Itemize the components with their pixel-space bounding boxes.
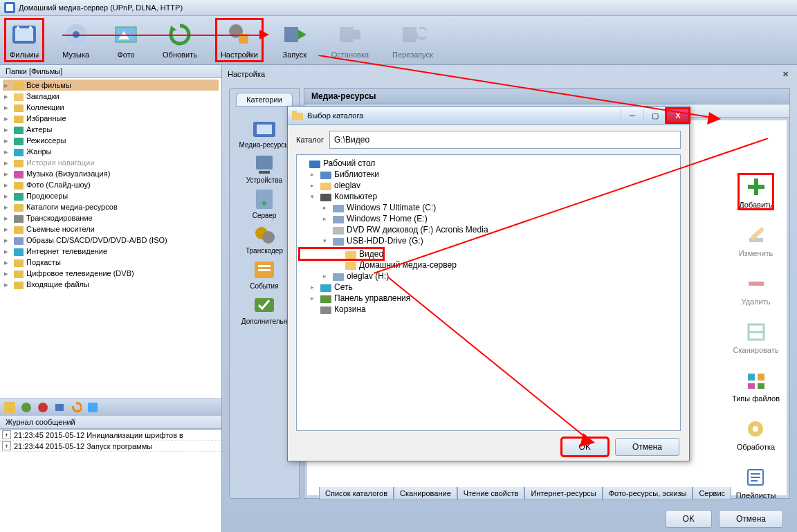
tree-item[interactable]: ▸Подкасты xyxy=(3,257,219,268)
settings-cancel-button[interactable]: Отмена xyxy=(719,510,783,528)
toolbar-start[interactable]: Запуск xyxy=(277,19,312,61)
pane-title: Медиа-ресурсы xyxy=(304,89,789,104)
tree-item[interactable]: ▸Транскодирование xyxy=(3,212,219,223)
folders-icon xyxy=(14,202,24,212)
svg-marker-87 xyxy=(259,30,269,39)
close-button[interactable]: X xyxy=(666,109,689,122)
minimize-button[interactable]: ─ xyxy=(621,109,643,122)
category-tree[interactable]: ▸Все фильмы▸Закладки▸Коллекции▸Избранные… xyxy=(0,78,221,398)
chevron-icon: ▾ xyxy=(311,193,318,200)
svg-marker-14 xyxy=(298,30,306,39)
svg-rect-72 xyxy=(292,111,297,113)
settings-ok-button[interactable]: OK xyxy=(666,510,712,528)
close-icon[interactable]: ✕ xyxy=(779,69,791,79)
side-button-scan: Сканировать xyxy=(733,320,779,354)
tree-item[interactable]: ▸Образы CD/SACD/DVD/DVD-A/BD (ISO) xyxy=(3,235,219,246)
titlebar: Домашний медиа-сервер (UPnP, DLNA, HTTP) xyxy=(0,0,797,16)
tree-item[interactable]: ▸Съемные носители xyxy=(3,223,219,235)
side-button-proc[interactable]: Обработка xyxy=(737,416,775,451)
folder-tree-item[interactable]: Корзина xyxy=(300,304,677,315)
tree-item[interactable]: ▸Коллекции xyxy=(3,102,219,113)
chevron-icon: ▸ xyxy=(323,204,330,211)
tool-icon[interactable] xyxy=(71,402,82,413)
folder-tree-item[interactable]: ▸Библиотеки xyxy=(300,169,677,180)
log-row[interactable]: +21:23:45 2015-05-12 Инициализации шрифт… xyxy=(0,430,221,441)
catalog-input[interactable] xyxy=(329,131,681,149)
bottom-tab[interactable]: Список каталогов xyxy=(319,487,394,500)
toolbar-settings[interactable]: Настройки xyxy=(217,19,262,61)
tree-item[interactable]: ▸Интернет телевидение xyxy=(3,246,219,257)
tree-item[interactable]: ▸Закладки xyxy=(3,91,219,102)
svg-point-4 xyxy=(17,26,19,29)
side-button-playlist[interactable]: Плейлисты xyxy=(736,465,776,499)
folder-tree-item[interactable]: DVD RW дисковод (F:) Acronis Media xyxy=(300,224,677,235)
folder-tree-item[interactable]: ▸Сеть xyxy=(300,282,677,293)
category-tab[interactable]: Устройства xyxy=(239,153,290,184)
bottom-tab[interactable]: Фото-ресурсы, эскизы xyxy=(603,487,693,500)
tree-item[interactable]: ▸Музыка (Визуализация) xyxy=(3,168,219,179)
tree-item[interactable]: ▸Все фильмы xyxy=(3,80,219,91)
svg-rect-79 xyxy=(333,227,344,235)
folder-tree-item[interactable]: Домашний медиа-сервер xyxy=(300,259,677,270)
tool-icon[interactable] xyxy=(4,402,15,413)
folder-tree-item[interactable]: Рабочий стол xyxy=(300,158,677,169)
svg-rect-3 xyxy=(15,28,33,41)
side-button-plus[interactable]: Добавить xyxy=(739,174,773,209)
tree-item[interactable]: ▸Входящие файлы xyxy=(3,279,219,290)
tree-item[interactable]: ▸Фото (Слайд-шоу) xyxy=(3,179,219,190)
svg-rect-29 xyxy=(14,204,24,212)
tree-item[interactable]: ▸Каталоги медиа-ресурсов xyxy=(3,201,219,212)
svg-point-66 xyxy=(753,426,758,432)
side-button-types[interactable]: Типы файлов xyxy=(732,368,780,403)
folder-tree-item[interactable]: ▸Windows 7 Home (E:) xyxy=(300,213,677,224)
folder-tree[interactable]: Рабочий стол▸Библиотеки▸oleglav▾Компьюте… xyxy=(296,154,681,431)
category-tab[interactable]: Транскодер xyxy=(239,223,290,255)
folder-ok-button[interactable]: OK xyxy=(562,438,608,456)
category-tab[interactable]: Медиа-ресурсы xyxy=(239,118,290,149)
toolbar-music[interactable]: Музыка xyxy=(58,19,93,61)
playlist-icon xyxy=(742,465,769,490)
tree-item[interactable]: ▸Цифровое телевидение (DVB) xyxy=(3,268,219,279)
globe-icon xyxy=(14,246,24,256)
toolbar-photo[interactable]: Фото xyxy=(109,19,143,61)
svg-rect-41 xyxy=(88,403,98,412)
folder-tree-item[interactable]: ▾USB-HDD-Drive (G:) xyxy=(300,235,677,246)
tree-item[interactable]: ▸Режиссеры xyxy=(3,135,219,146)
maximize-button[interactable]: ▢ xyxy=(643,109,666,122)
tree-item[interactable]: ▸История навигации xyxy=(3,157,219,168)
disc-icon xyxy=(14,235,24,245)
tool-icon[interactable] xyxy=(37,402,48,413)
log-row[interactable]: +21:23:44 2015-05-12 Запуск программы xyxy=(0,441,221,452)
bottom-tab[interactable]: Сканирование xyxy=(394,487,457,500)
tag-icon xyxy=(14,147,24,156)
svg-rect-15 xyxy=(340,27,354,42)
tree-item[interactable]: ▸Избранные xyxy=(3,113,219,124)
tool-icon[interactable] xyxy=(87,402,98,413)
category-tab[interactable]: Сервер xyxy=(239,188,290,219)
expand-icon[interactable]: + xyxy=(2,441,11,450)
tree-item[interactable]: ▸Актеры xyxy=(3,124,219,135)
toolbar-refresh[interactable]: Обновить xyxy=(158,19,201,61)
log-panel[interactable]: +21:23:45 2015-05-12 Инициализации шрифт… xyxy=(0,429,221,532)
folder-cancel-button[interactable]: Отмена xyxy=(615,438,679,456)
folder-tree-item[interactable]: ▸oleglav (H:) xyxy=(300,270,677,282)
tree-item[interactable]: ▸Продюсеры xyxy=(3,190,219,201)
folder-tree-item[interactable]: Видео xyxy=(300,248,383,259)
folder-tree-item[interactable]: ▸Панель управления xyxy=(300,293,677,304)
category-tab[interactable]: Дополнительн xyxy=(239,294,290,325)
expand-icon[interactable]: + xyxy=(2,430,11,439)
folder-tree-item[interactable]: ▸oleglav xyxy=(300,180,677,191)
tool-icon[interactable] xyxy=(54,402,65,413)
category-tab[interactable]: События xyxy=(239,259,290,290)
toolbar-films[interactable]: Фильмы xyxy=(6,19,43,61)
bottom-tab[interactable]: Интернет-ресурсы xyxy=(524,487,602,500)
folder-tree-item[interactable]: ▾Компьютер xyxy=(300,191,677,202)
folder-tree-item[interactable]: ▸Windows 7 Ultimate (C:) xyxy=(300,202,677,213)
tool-icon[interactable] xyxy=(21,402,32,413)
mini-toolbar xyxy=(0,398,221,416)
category-icon xyxy=(252,188,277,210)
bottom-tab[interactable]: Чтение свойств xyxy=(457,487,525,500)
svg-rect-74 xyxy=(320,172,331,179)
tree-item[interactable]: ▸Жанры xyxy=(3,146,219,157)
folder-icon xyxy=(292,111,303,120)
